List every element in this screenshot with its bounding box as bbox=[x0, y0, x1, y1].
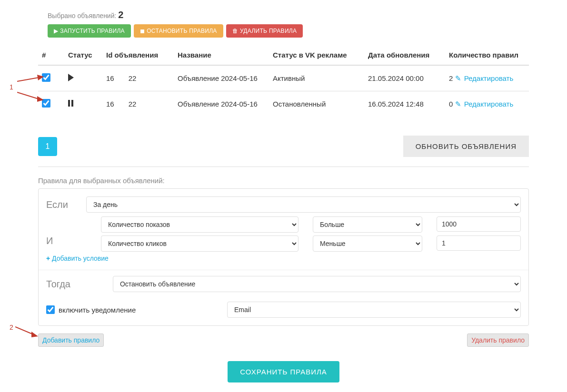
col-status: Статус bbox=[64, 45, 102, 65]
svg-line-2 bbox=[17, 92, 39, 99]
then-label: Тогда bbox=[46, 279, 103, 290]
col-id: Id объявления bbox=[102, 45, 174, 65]
pause-icon bbox=[68, 100, 73, 107]
updated-date: 21.05.2024 00:00 bbox=[364, 65, 445, 91]
refresh-ads-button[interactable]: ОБНОВИТЬ ОБЪЯВЛЕНИЯ bbox=[403, 136, 529, 157]
selected-count-label: Выбрано объявлений: 2 bbox=[48, 10, 529, 20]
page-1-button[interactable]: 1 bbox=[38, 137, 57, 156]
operator-select-1[interactable]: Больше bbox=[313, 216, 422, 233]
arrow-icon bbox=[17, 74, 45, 83]
stop-rules-button[interactable]: ◼ ОСТАНОВИТЬ ПРАВИЛА bbox=[134, 24, 223, 38]
notify-checkbox-label[interactable]: включить уведомление bbox=[46, 305, 208, 314]
notify-checkbox[interactable] bbox=[46, 305, 55, 314]
ad-id: 1622 bbox=[106, 74, 136, 82]
vk-status: Остановленный bbox=[269, 91, 364, 117]
ads-table: # Статус Id объявления Название Статус в… bbox=[38, 45, 529, 117]
pencil-icon: ✎ bbox=[455, 100, 461, 108]
col-updated: Дата обновления bbox=[364, 45, 445, 65]
add-condition-link[interactable]: + Добавить условие bbox=[46, 255, 521, 262]
delete-rule-button[interactable]: Удалить правило bbox=[467, 333, 529, 347]
rule-count: 2 bbox=[449, 74, 453, 82]
trash-icon: 🗑 bbox=[232, 28, 238, 34]
col-num: # bbox=[38, 45, 64, 65]
and-label: И bbox=[46, 235, 87, 252]
table-row: 1622 Объявление 2024-05-16 Активный 21.0… bbox=[38, 65, 529, 91]
if-label: Если bbox=[46, 199, 77, 210]
metric-select-1[interactable]: Количество показов bbox=[101, 216, 298, 233]
value-input-1[interactable] bbox=[437, 216, 521, 232]
value-input-2[interactable] bbox=[437, 235, 521, 251]
play-icon bbox=[68, 74, 74, 81]
svg-marker-3 bbox=[37, 96, 44, 102]
edit-link[interactable]: Редактировать bbox=[464, 74, 514, 82]
arrow-icon bbox=[15, 325, 39, 337]
period-select[interactable]: За день bbox=[86, 196, 521, 213]
ad-id: 1622 bbox=[106, 100, 136, 108]
delete-rules-button[interactable]: 🗑 УДАЛИТЬ ПРАВИЛА bbox=[226, 24, 303, 38]
rules-title: Правила для выбранных объявлений: bbox=[38, 176, 529, 185]
arrow-icon bbox=[17, 90, 45, 103]
annotation-2-label: 2 bbox=[10, 323, 13, 331]
edit-link[interactable]: Редактировать bbox=[464, 100, 514, 108]
svg-line-0 bbox=[17, 78, 39, 81]
play-icon: ▶ bbox=[54, 28, 58, 34]
rule-count: 0 bbox=[449, 100, 453, 108]
annotation-1-label: 1 bbox=[10, 83, 13, 91]
pencil-icon: ✎ bbox=[455, 74, 461, 82]
notify-channel-select[interactable]: Email bbox=[227, 302, 521, 318]
save-rules-button[interactable]: СОХРАНИТЬ ПРАВИЛА bbox=[228, 361, 339, 382]
vk-status: Активный bbox=[269, 65, 364, 91]
action-select[interactable]: Остановить объявление bbox=[113, 276, 521, 292]
run-rules-button[interactable]: ▶ ЗАПУСТИТЬ ПРАВИЛА bbox=[48, 24, 131, 38]
plus-icon: + bbox=[46, 255, 50, 262]
svg-marker-5 bbox=[31, 332, 38, 337]
col-rules-count: Количество правил bbox=[445, 45, 529, 65]
operator-select-2[interactable]: Меньше bbox=[313, 235, 422, 252]
metric-select-2[interactable]: Количество кликов bbox=[101, 235, 298, 252]
updated-date: 16.05.2024 12:48 bbox=[364, 91, 445, 117]
rule-builder: Если За день Количество показов Больше И… bbox=[38, 188, 529, 326]
table-row: 1622 Объявление 2024-05-16 Остановленный… bbox=[38, 91, 529, 117]
col-name: Название bbox=[174, 45, 269, 65]
col-vk-status: Статус в VK рекламе bbox=[269, 45, 364, 65]
add-rule-button[interactable]: Добавить правило bbox=[38, 333, 104, 347]
stop-icon: ◼ bbox=[140, 28, 145, 34]
svg-marker-1 bbox=[37, 75, 44, 80]
ad-name: Объявление 2024-05-16 bbox=[174, 91, 269, 117]
ad-name: Объявление 2024-05-16 bbox=[174, 65, 269, 91]
svg-line-4 bbox=[15, 327, 33, 334]
